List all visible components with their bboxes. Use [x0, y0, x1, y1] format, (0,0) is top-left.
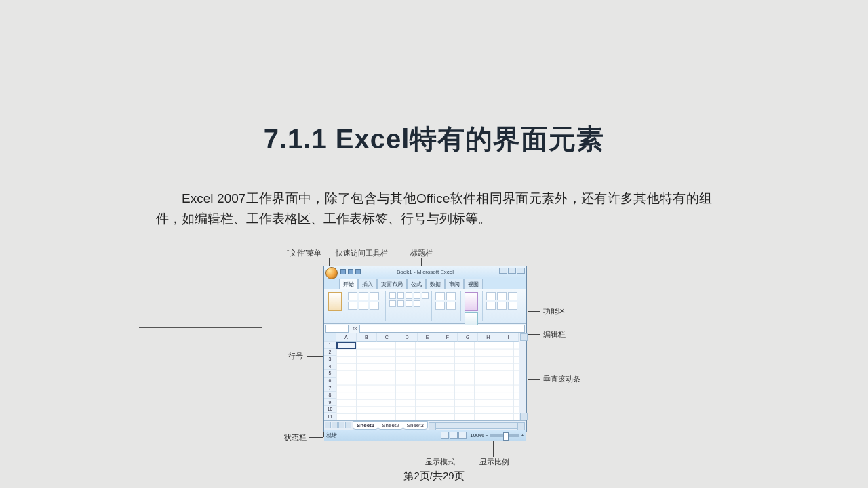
formula-bar: fx [324, 324, 526, 333]
fx-icon: fx [350, 325, 359, 331]
ribbon [324, 289, 526, 324]
decorative-underline [139, 327, 262, 328]
leader-line [528, 311, 540, 312]
ribbon-tab: 数据 [426, 279, 445, 289]
callout-view-mode: 显示模式 [425, 458, 455, 466]
callout-row-number: 行号 [288, 352, 303, 360]
office-button-icon [326, 267, 338, 279]
excel-title-text: Book1 - Microsoft Excel [397, 269, 454, 275]
status-bar: 就绪 100% −+ [324, 430, 526, 441]
body-paragraph: Excel 2007工作界面中，除了包含与其他Office软件相同界面元素外，还… [156, 188, 712, 230]
vertical-scrollbar [519, 333, 526, 420]
ribbon-tab: 插入 [358, 279, 377, 289]
active-cell [336, 342, 356, 349]
sheet-tab-bar: Sheet1 Sheet2 Sheet3 [324, 421, 526, 430]
paste-icon [328, 292, 342, 311]
annotated-figure: “文件”菜单 快速访问工具栏 标题栏 功能区 编辑栏 垂直滚动条 行号 状态栏 … [281, 244, 580, 468]
callout-ribbon: 功能区 [543, 308, 566, 315]
body-text: Excel 2007工作界面中，除了包含与其他Office软件相同界面元素外，还… [156, 191, 712, 226]
column-headers: ABC DEF GHI [336, 333, 519, 342]
leader-line [309, 437, 323, 438]
ribbon-tab: 审阅 [445, 279, 464, 289]
leader-line [528, 379, 540, 380]
sheet-tab: Sheet3 [403, 421, 428, 430]
excel-window: Book1 - Microsoft Excel 开始 插入 页面布局 公式 数据… [323, 266, 527, 432]
window-controls [499, 268, 525, 274]
horizontal-scrollbar [429, 422, 525, 429]
ribbon-tabs: 开始 插入 页面布局 公式 数据 审阅 视图 [324, 278, 526, 289]
leader-line [307, 356, 323, 357]
name-box [326, 325, 349, 333]
callout-formula-bar: 编辑栏 [543, 331, 566, 338]
page-indicator: 第2页/共29页 [0, 470, 868, 483]
callout-title-bar: 标题栏 [410, 249, 433, 257]
formula-input [359, 325, 525, 333]
callout-status-bar: 状态栏 [284, 434, 307, 441]
callout-file-menu: “文件”菜单 [287, 249, 321, 257]
status-text: 就绪 [326, 432, 337, 439]
zoom-control: 100% −+ [470, 432, 524, 439]
ribbon-tab: 页面布局 [377, 279, 407, 289]
ribbon-tab: 视图 [464, 279, 483, 289]
sheet-tab: Sheet1 [353, 421, 378, 430]
callout-quick-access: 快速访问工具栏 [336, 249, 388, 257]
quick-access-toolbar [340, 269, 361, 274]
excel-titlebar: Book1 - Microsoft Excel [324, 266, 526, 278]
sheet-nav [324, 422, 351, 430]
row-headers: 123 456 789 1011 [324, 333, 336, 420]
callout-vscroll: 垂直滚动条 [543, 375, 580, 383]
ribbon-tab: 公式 [407, 279, 426, 289]
ribbon-tab: 开始 [339, 279, 358, 289]
leader-line [528, 334, 540, 335]
sheet-tab: Sheet2 [378, 421, 403, 430]
view-buttons [441, 432, 467, 440]
worksheet-grid: 123 456 789 1011 ABC DEF GHI [324, 333, 526, 421]
callout-zoom: 显示比例 [479, 458, 509, 466]
page-title: 7.1.1 Excel特有的界面元素 [0, 121, 868, 158]
cells [336, 342, 519, 420]
